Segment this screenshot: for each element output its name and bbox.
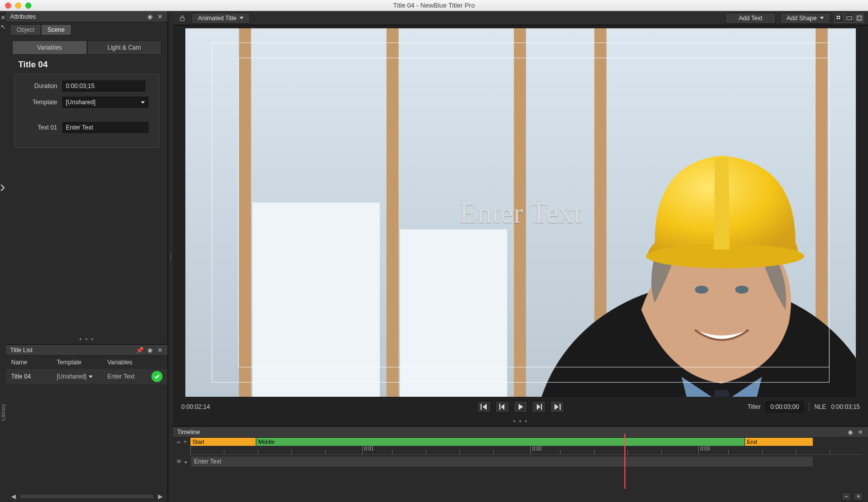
zoom-window-button[interactable]	[25, 3, 31, 9]
timeline-clip[interactable]: Enter Text	[190, 456, 813, 467]
add-text-button[interactable]: Add Text	[725, 13, 776, 24]
subtab-lightcam[interactable]: Light & Cam	[87, 40, 162, 55]
clip-label: Enter Text	[194, 458, 221, 465]
link-icon[interactable]: ∞	[177, 439, 180, 445]
add-shape-dropdown[interactable]: Add Shape	[780, 13, 831, 24]
svg-rect-1	[837, 16, 838, 17]
panel-close-icon[interactable]: ✕	[857, 429, 864, 436]
panel-refresh-icon[interactable]: ◉	[146, 347, 153, 354]
resize-handle-horizontal[interactable]: • • •	[6, 335, 168, 344]
panel-close-icon[interactable]: ✕	[156, 347, 164, 354]
scroll-left-button[interactable]: ◀	[9, 493, 18, 500]
svg-rect-0	[180, 18, 184, 21]
tab-object[interactable]: Object	[10, 24, 41, 35]
chevron-down-icon	[240, 17, 244, 19]
resize-handle-vertical[interactable]: ⋮	[168, 11, 173, 502]
preview-area: Enter Text 0:00:02;14 Titler 0:00:03;00 …	[173, 25, 868, 426]
safe-title-icon[interactable]	[845, 14, 854, 23]
titlelist-panel: Title List 📌 ◉ ✕ Name Template Variables…	[6, 344, 168, 502]
region-tail	[813, 438, 863, 446]
region-end[interactable]: End	[745, 438, 813, 446]
preview-toolbar: Animated Title Add Text Add Shape	[173, 11, 868, 25]
transport-bar: 0:00:02;14 Titler 0:00:03;00 NLE 0:00:03…	[173, 397, 868, 417]
animated-title-dropdown[interactable]: Animated Title	[191, 13, 250, 24]
go-to-start-button[interactable]	[477, 401, 491, 413]
titler-label: Titler	[747, 403, 761, 410]
step-back-button[interactable]	[495, 401, 509, 413]
play-button[interactable]	[514, 401, 528, 413]
library-tab-label[interactable]: Library	[0, 404, 6, 421]
ruler-tick: 0:03	[698, 446, 710, 454]
zoom-out-button[interactable]: −	[842, 492, 851, 500]
titlelist-header-variables: Variables	[107, 359, 163, 366]
svg-rect-4	[839, 18, 840, 19]
svg-rect-20	[481, 404, 482, 410]
current-time-label: 0:00:02;14	[181, 403, 210, 410]
ruler-tick: 0:01	[362, 446, 374, 454]
chevron-down-icon	[141, 101, 145, 104]
grid-view-icon[interactable]	[835, 14, 844, 23]
svg-rect-21	[499, 404, 500, 410]
timeline-panel: Timeline ◉ ✕ ∞ + Start Middle End	[173, 426, 868, 502]
title-text-overlay[interactable]: Enter Text	[459, 196, 581, 230]
subtab-variables[interactable]: Variables	[12, 40, 87, 55]
safe-action-icon[interactable]	[855, 14, 864, 23]
template-value: [Unshared]	[66, 99, 96, 106]
pin-icon[interactable]: ✕	[0, 14, 7, 21]
titlelist-row-variables: Enter Text	[107, 373, 148, 380]
resize-handle-horizontal[interactable]: • • •	[173, 417, 868, 426]
expand-track-icon[interactable]: ▸	[185, 459, 187, 465]
ruler-tick: 0:02	[530, 446, 542, 454]
minimize-window-button[interactable]	[15, 3, 21, 9]
nle-label: NLE	[814, 403, 826, 410]
region-middle[interactable]: Middle	[256, 438, 745, 446]
svg-rect-2	[839, 16, 840, 17]
template-label: Template	[22, 99, 57, 106]
attributes-panel-title: Attributes	[10, 13, 146, 20]
window-titlebar: Title 04 - NewBlue Titler Pro	[0, 0, 868, 11]
titlelist-row-name: Title 04	[11, 373, 57, 380]
chevron-down-icon	[820, 17, 824, 19]
pin-icon[interactable]: 📌	[136, 347, 143, 354]
animated-title-label: Animated Title	[198, 15, 236, 22]
close-window-button[interactable]	[5, 3, 11, 9]
titlelist-row[interactable]: Title 04 [Unshared] Enter Text	[6, 369, 168, 384]
svg-rect-23	[560, 404, 561, 410]
timeline-panel-title: Timeline	[177, 429, 847, 436]
zoom-in-button[interactable]: +	[854, 492, 863, 500]
preview-canvas[interactable]: Enter Text	[185, 28, 856, 397]
visibility-icon[interactable]: 👁	[176, 458, 182, 465]
nle-time-label: 0:00:03;15	[831, 403, 860, 410]
panel-close-icon[interactable]: ✕	[156, 13, 164, 20]
duration-label: Duration	[22, 82, 57, 90]
text01-label: Text 01	[22, 124, 57, 131]
titlelist-header-name: Name	[11, 359, 57, 366]
svg-rect-5	[847, 17, 852, 20]
titlelist-panel-title: Title List	[10, 347, 136, 354]
playhead[interactable]	[624, 434, 625, 489]
panel-refresh-icon[interactable]: ◉	[847, 429, 854, 436]
titlelist-row-template: [Unshared]	[57, 373, 87, 380]
titler-time-input[interactable]: 0:00:03;00	[766, 401, 804, 412]
go-to-end-button[interactable]	[550, 401, 564, 413]
lock-icon[interactable]	[177, 13, 187, 23]
timeline-ruler[interactable]: 0:01 0:02 0:03	[190, 446, 863, 455]
scroll-right-button[interactable]: ▶	[156, 493, 165, 500]
window-title: Title 04 - NewBlue Titler Pro	[0, 2, 868, 9]
svg-rect-22	[541, 404, 542, 410]
svg-rect-7	[858, 17, 861, 20]
duration-input[interactable]	[62, 80, 145, 92]
add-marker-icon[interactable]: +	[183, 438, 187, 445]
text01-input[interactable]	[62, 122, 148, 133]
attributes-panel: Attributes ◉ ✕ Object Scene Variables Li…	[6, 11, 168, 344]
titlelist-header-template: Template	[57, 359, 107, 366]
template-select[interactable]: [Unshared]	[62, 97, 148, 108]
tab-scene[interactable]: Scene	[41, 24, 71, 35]
scrollbar-track[interactable]	[20, 494, 154, 499]
chevron-down-icon[interactable]	[89, 375, 93, 378]
step-forward-button[interactable]	[532, 401, 546, 413]
expand-library-button[interactable]	[0, 183, 6, 194]
region-start[interactable]: Start	[190, 438, 256, 446]
svg-rect-3	[837, 18, 838, 19]
panel-refresh-icon[interactable]: ◉	[146, 13, 153, 20]
